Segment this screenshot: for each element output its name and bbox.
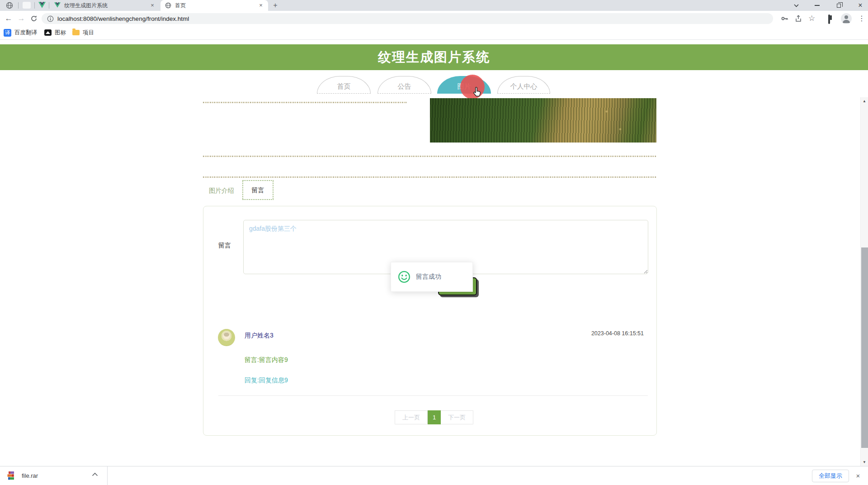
page-title: 纹理生成图片系统 [378,48,490,67]
vue-icon [54,2,61,9]
browser-tab-strip: 纹理生成图片系统 × 首页 × + × [0,0,868,11]
dotted-divider [203,176,657,178]
message-panel: 留言 留言成功 用户姓名3 2023-04-08 16:15:51 留言:留言内… [203,206,657,436]
vue-icon[interactable] [38,2,46,9]
browser-toolbar: ← → localhost:8080/wenlishengcheng/front… [0,11,868,26]
prev-page-button[interactable]: 上一页 [395,410,428,424]
comment-reply: 回复:回复信息9 [245,376,288,385]
bookmark-label: 百度翻译 [14,29,37,37]
new-tab-button[interactable]: + [270,1,280,10]
blank-favicon[interactable] [23,2,31,9]
comment-divider [218,395,648,396]
back-button[interactable]: ← [3,13,14,24]
next-page-button[interactable]: 下一页 [441,410,473,424]
bookmark-star-icon[interactable]: ☆ [808,14,816,23]
browser-tab-home[interactable]: 首页 × [160,0,268,11]
globe-icon [165,2,171,9]
window-restore-button[interactable] [832,0,845,11]
download-bar-divider [107,466,108,485]
scroll-up-icon[interactable]: ▲ [861,99,868,103]
close-icon[interactable]: × [257,2,264,9]
profile-avatar[interactable] [841,13,852,24]
page-content: 纹理生成图片系统 首页 公告 图片 个人中心 图片介绍 留言 留言 留言成功 用… [0,40,868,466]
password-key-icon[interactable] [781,14,789,23]
comment-datetime: 2023-04-08 16:15:51 [591,330,644,337]
click-indicator [460,75,485,99]
tab-title: 纹理生成图片系统 [64,2,149,10]
bookmark-project[interactable]: 项目 [72,28,94,38]
folder-icon [72,30,80,35]
image-icon [44,29,52,36]
bookmark-label: 图标 [55,29,66,37]
bookmark-icons[interactable]: 图标 [44,28,66,38]
share-icon[interactable] [794,14,802,23]
message-form-label: 留言 [218,242,231,250]
reload-button[interactable] [28,13,40,24]
texture-image-grass-path [430,98,656,143]
download-bar: file.rar 全部显示 × [0,466,868,485]
browser-tab-texture-system[interactable]: 纹理生成图片系统 × [50,0,160,11]
tab-divider [34,2,35,9]
download-bar-close-icon[interactable]: × [854,471,863,480]
address-bar[interactable]: localhost:8080/wenlishengcheng/front/ind… [42,13,773,24]
dotted-divider [203,156,657,157]
browser-menu-icon[interactable]: ⋮ [858,14,863,23]
page-scrollbar[interactable]: ▲ ▼ [860,97,868,466]
smiley-success-icon [398,271,410,283]
success-toast: 留言成功 [391,262,473,292]
chevron-up-icon[interactable] [92,472,98,476]
toast-text: 留言成功 [416,273,441,281]
close-icon[interactable]: × [149,2,156,9]
site-info-icon[interactable] [47,15,54,22]
winrar-file-icon [7,471,16,480]
site-header: 纹理生成图片系统 [0,44,868,70]
dotted-divider [203,102,407,103]
nav-tab-personal-center[interactable]: 个人中心 [497,76,550,94]
url-text[interactable]: localhost:8080/wenlishengcheng/front/ind… [57,15,189,22]
scroll-down-icon[interactable]: ▼ [861,460,868,464]
tab-divider [49,2,49,9]
download-filename[interactable]: file.rar [22,472,38,479]
tab-image-intro[interactable]: 图片介绍 [209,187,234,195]
hand-cursor-icon [472,86,482,97]
side-panel-icon[interactable] [828,15,836,24]
bookmark-baidu-translate[interactable]: 译 百度翻译 [4,28,37,38]
tab-title: 首页 [175,2,257,10]
commenter-avatar [218,329,235,346]
globe-icon[interactable] [6,2,13,9]
page-number-1[interactable]: 1 [428,410,441,424]
tab-divider [18,2,19,9]
tab-search-chevron-icon[interactable] [789,0,803,11]
commenter-username[interactable]: 用户姓名3 [245,332,274,340]
bookmark-label: 项目 [83,29,94,37]
comment-message: 留言:留言内容9 [245,356,288,364]
scrollbar-thumb[interactable] [861,247,868,448]
pagination: 上一页 1 下一页 [395,410,473,424]
translate-icon: 译 [4,29,11,37]
nav-tab-announcements[interactable]: 公告 [377,76,431,94]
window-close-button[interactable]: × [854,0,867,11]
show-all-downloads-button[interactable]: 全部显示 [812,470,849,482]
window-minimize-button[interactable] [810,0,824,11]
forward-button[interactable]: → [15,13,27,24]
bookmarks-bar: 译 百度翻译 图标 项目 [0,26,868,40]
nav-tab-home[interactable]: 首页 [317,76,371,94]
tab-messages[interactable]: 留言 [242,180,274,200]
